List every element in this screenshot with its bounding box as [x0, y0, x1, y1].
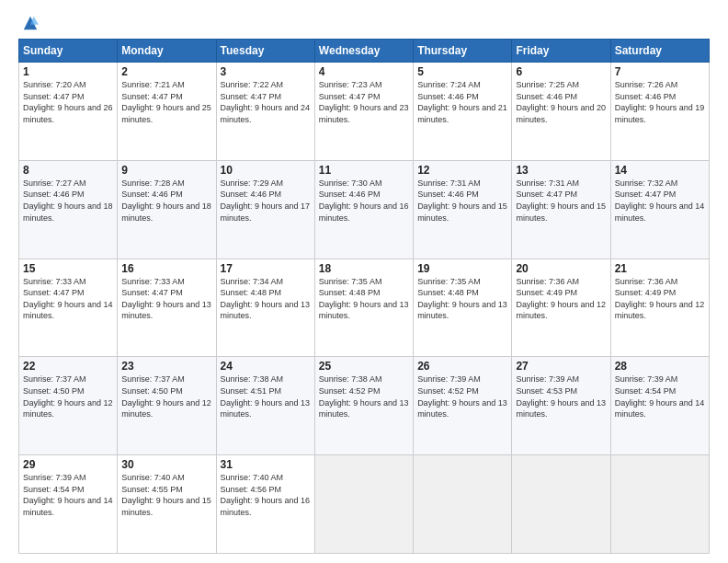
cell-text: Sunrise: 7:37 AMSunset: 4:50 PMDaylight:… — [23, 374, 113, 419]
calendar-cell: 28 Sunrise: 7:39 AMSunset: 4:54 PMDaylig… — [610, 357, 709, 455]
calendar-cell: 10 Sunrise: 7:29 AMSunset: 4:46 PMDaylig… — [216, 160, 314, 259]
calendar: SundayMondayTuesdayWednesdayThursdayFrid… — [18, 39, 710, 554]
cell-text: Sunrise: 7:31 AMSunset: 4:47 PMDaylight:… — [516, 178, 606, 223]
calendar-cell: 17 Sunrise: 7:34 AMSunset: 4:48 PMDaylig… — [216, 259, 314, 357]
cell-text: Sunrise: 7:29 AMSunset: 4:46 PMDaylight:… — [221, 178, 311, 223]
day-number: 1 — [23, 65, 113, 78]
calendar-week-3: 22 Sunrise: 7:37 AMSunset: 4:50 PMDaylig… — [19, 357, 710, 455]
calendar-cell: 23 Sunrise: 7:37 AMSunset: 4:50 PMDaylig… — [118, 357, 216, 455]
calendar-cell: 7 Sunrise: 7:26 AMSunset: 4:46 PMDayligh… — [610, 63, 709, 161]
calendar-cell: 15 Sunrise: 7:33 AMSunset: 4:47 PMDaylig… — [19, 259, 118, 357]
calendar-cell: 16 Sunrise: 7:33 AMSunset: 4:47 PMDaylig… — [118, 259, 216, 357]
day-number: 10 — [221, 164, 311, 177]
day-number: 14 — [615, 164, 705, 177]
cell-text: Sunrise: 7:33 AMSunset: 4:47 PMDaylight:… — [23, 277, 113, 321]
day-number: 5 — [417, 65, 507, 78]
logo — [18, 15, 39, 31]
day-number: 2 — [121, 65, 211, 78]
calendar-cell: 6 Sunrise: 7:25 AMSunset: 4:46 PMDayligh… — [512, 63, 610, 161]
calendar-week-2: 15 Sunrise: 7:33 AMSunset: 4:47 PMDaylig… — [19, 259, 710, 357]
cell-text: Sunrise: 7:23 AMSunset: 4:47 PMDaylight:… — [319, 80, 409, 124]
calendar-cell: 18 Sunrise: 7:35 AMSunset: 4:48 PMDaylig… — [314, 259, 413, 357]
calendar-cell — [414, 455, 512, 554]
calendar-cell: 25 Sunrise: 7:38 AMSunset: 4:52 PMDaylig… — [314, 357, 413, 455]
day-number: 13 — [516, 164, 606, 177]
calendar-cell: 8 Sunrise: 7:27 AMSunset: 4:46 PMDayligh… — [19, 160, 118, 259]
cell-text: Sunrise: 7:35 AMSunset: 4:48 PMDaylight:… — [319, 277, 409, 321]
calendar-cell: 20 Sunrise: 7:36 AMSunset: 4:49 PMDaylig… — [512, 259, 610, 357]
cell-text: Sunrise: 7:40 AMSunset: 4:56 PMDaylight:… — [221, 473, 311, 517]
cell-text: Sunrise: 7:36 AMSunset: 4:49 PMDaylight:… — [615, 277, 705, 321]
day-number: 26 — [417, 360, 507, 373]
day-number: 31 — [221, 458, 311, 471]
calendar-cell: 21 Sunrise: 7:36 AMSunset: 4:49 PMDaylig… — [610, 259, 709, 357]
day-number: 30 — [121, 458, 211, 471]
calendar-cell: 3 Sunrise: 7:22 AMSunset: 4:47 PMDayligh… — [216, 63, 314, 161]
day-number: 18 — [319, 262, 409, 275]
calendar-cell: 27 Sunrise: 7:39 AMSunset: 4:53 PMDaylig… — [512, 357, 610, 455]
day-number: 17 — [221, 262, 311, 275]
calendar-cell: 9 Sunrise: 7:28 AMSunset: 4:46 PMDayligh… — [118, 160, 216, 259]
day-number: 6 — [516, 65, 606, 78]
calendar-cell: 2 Sunrise: 7:21 AMSunset: 4:47 PMDayligh… — [118, 63, 216, 161]
calendar-week-0: 1 Sunrise: 7:20 AMSunset: 4:47 PMDayligh… — [19, 63, 710, 161]
calendar-cell: 12 Sunrise: 7:31 AMSunset: 4:46 PMDaylig… — [414, 160, 512, 259]
cell-text: Sunrise: 7:31 AMSunset: 4:46 PMDaylight:… — [417, 178, 507, 223]
calendar-cell: 30 Sunrise: 7:40 AMSunset: 4:55 PMDaylig… — [118, 455, 216, 554]
cell-text: Sunrise: 7:27 AMSunset: 4:46 PMDaylight:… — [23, 178, 113, 223]
cell-text: Sunrise: 7:39 AMSunset: 4:54 PMDaylight:… — [615, 374, 705, 419]
calendar-cell: 26 Sunrise: 7:39 AMSunset: 4:52 PMDaylig… — [414, 357, 512, 455]
day-number: 28 — [615, 360, 705, 373]
cell-text: Sunrise: 7:35 AMSunset: 4:48 PMDaylight:… — [417, 277, 507, 321]
calendar-cell — [512, 455, 610, 554]
cell-text: Sunrise: 7:30 AMSunset: 4:46 PMDaylight:… — [319, 178, 409, 223]
day-number: 3 — [221, 65, 311, 78]
calendar-cell: 13 Sunrise: 7:31 AMSunset: 4:47 PMDaylig… — [512, 160, 610, 259]
cell-text: Sunrise: 7:21 AMSunset: 4:47 PMDaylight:… — [121, 80, 211, 124]
cell-text: Sunrise: 7:39 AMSunset: 4:52 PMDaylight:… — [417, 374, 507, 419]
calendar-cell: 5 Sunrise: 7:24 AMSunset: 4:46 PMDayligh… — [414, 63, 512, 161]
cell-text: Sunrise: 7:32 AMSunset: 4:47 PMDaylight:… — [615, 178, 705, 223]
calendar-cell: 1 Sunrise: 7:20 AMSunset: 4:47 PMDayligh… — [19, 63, 118, 161]
day-number: 23 — [121, 360, 211, 373]
day-number: 12 — [417, 164, 507, 177]
calendar-header-tuesday: Tuesday — [216, 40, 314, 63]
cell-text: Sunrise: 7:39 AMSunset: 4:53 PMDaylight:… — [516, 374, 606, 419]
cell-text: Sunrise: 7:36 AMSunset: 4:49 PMDaylight:… — [516, 277, 606, 321]
calendar-header-friday: Friday — [512, 40, 610, 63]
day-number: 8 — [23, 164, 113, 177]
page: SundayMondayTuesdayWednesdayThursdayFrid… — [0, 0, 728, 563]
day-number: 11 — [319, 164, 409, 177]
day-number: 15 — [23, 262, 113, 275]
calendar-header-row: SundayMondayTuesdayWednesdayThursdayFrid… — [19, 40, 710, 63]
calendar-header-saturday: Saturday — [610, 40, 709, 63]
day-number: 25 — [319, 360, 409, 373]
calendar-cell: 31 Sunrise: 7:40 AMSunset: 4:56 PMDaylig… — [216, 455, 314, 554]
calendar-cell: 29 Sunrise: 7:39 AMSunset: 4:54 PMDaylig… — [19, 455, 118, 554]
cell-text: Sunrise: 7:25 AMSunset: 4:46 PMDaylight:… — [516, 80, 606, 124]
calendar-header-monday: Monday — [118, 40, 216, 63]
day-number: 20 — [516, 262, 606, 275]
calendar-header-thursday: Thursday — [414, 40, 512, 63]
cell-text: Sunrise: 7:39 AMSunset: 4:54 PMDaylight:… — [23, 473, 113, 517]
cell-text: Sunrise: 7:22 AMSunset: 4:47 PMDaylight:… — [221, 80, 311, 124]
cell-text: Sunrise: 7:26 AMSunset: 4:46 PMDaylight:… — [615, 80, 705, 124]
calendar-cell: 22 Sunrise: 7:37 AMSunset: 4:50 PMDaylig… — [19, 357, 118, 455]
day-number: 21 — [615, 262, 705, 275]
calendar-cell: 24 Sunrise: 7:38 AMSunset: 4:51 PMDaylig… — [216, 357, 314, 455]
calendar-week-1: 8 Sunrise: 7:27 AMSunset: 4:46 PMDayligh… — [19, 160, 710, 259]
cell-text: Sunrise: 7:38 AMSunset: 4:51 PMDaylight:… — [221, 374, 311, 419]
calendar-header-sunday: Sunday — [19, 40, 118, 63]
calendar-cell — [314, 455, 413, 554]
calendar-cell: 11 Sunrise: 7:30 AMSunset: 4:46 PMDaylig… — [314, 160, 413, 259]
calendar-header-wednesday: Wednesday — [314, 40, 413, 63]
calendar-cell — [610, 455, 709, 554]
day-number: 19 — [417, 262, 507, 275]
cell-text: Sunrise: 7:33 AMSunset: 4:47 PMDaylight:… — [121, 277, 211, 321]
day-number: 22 — [23, 360, 113, 373]
header — [18, 15, 710, 31]
cell-text: Sunrise: 7:37 AMSunset: 4:50 PMDaylight:… — [121, 374, 211, 419]
calendar-week-4: 29 Sunrise: 7:39 AMSunset: 4:54 PMDaylig… — [19, 455, 710, 554]
day-number: 27 — [516, 360, 606, 373]
day-number: 9 — [121, 164, 211, 177]
